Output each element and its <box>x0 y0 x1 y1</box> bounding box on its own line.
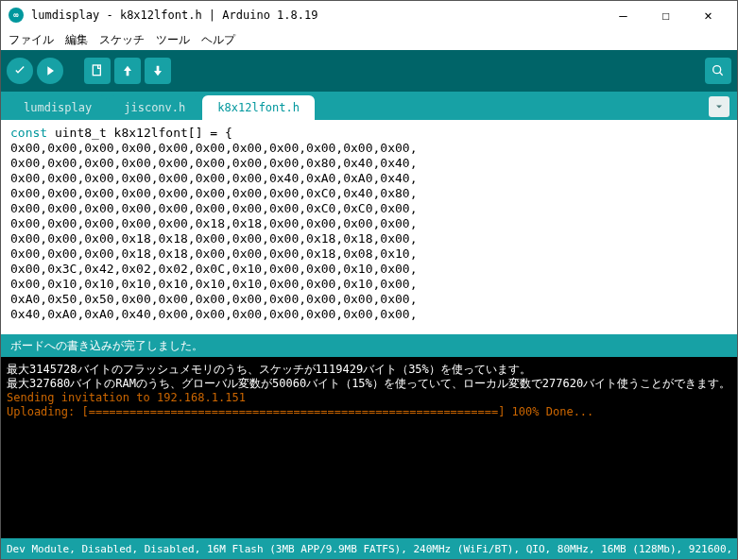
code-line: 0x00,0x00,0x00,0x00,0x00,0x00,0x00,0x00,… <box>10 186 728 201</box>
upload-button[interactable] <box>37 58 63 84</box>
verify-button[interactable] <box>7 58 33 84</box>
bottombar: Dev Module, Disabled, Disabled, 16M Flas… <box>1 538 737 559</box>
menu-sketch[interactable]: スケッチ <box>95 30 148 50</box>
titlebar: ∞ lumdisplay - k8x12lfont.h | Arduino 1.… <box>1 1 737 29</box>
serial-monitor-button[interactable] <box>705 58 731 84</box>
console-line: Uploading: [============================… <box>7 405 731 419</box>
new-file-icon <box>90 63 105 78</box>
toolbar <box>1 50 737 92</box>
arduino-logo-icon: ∞ <box>9 8 24 23</box>
tab-jisconv[interactable]: jisconv.h <box>109 95 200 120</box>
svg-rect-0 <box>93 65 100 76</box>
tab-lumdisplay[interactable]: lumdisplay <box>9 95 107 120</box>
board-info: Dev Module, Disabled, Disabled, 16M Flas… <box>7 543 737 555</box>
code-line: 0x00,0x00,0x00,0x00,0x00,0x00,0x00,0x00,… <box>10 141 728 156</box>
minimize-button[interactable]: — <box>602 2 644 28</box>
maximize-button[interactable]: ☐ <box>644 2 687 28</box>
code-line: 0x00,0x00,0x00,0x18,0x18,0x00,0x00,0x00,… <box>10 231 728 246</box>
arrow-up-icon <box>120 63 135 78</box>
code-line: 0x00,0x00,0x00,0x00,0x00,0x18,0x18,0x00,… <box>10 216 728 231</box>
new-button[interactable] <box>84 58 111 84</box>
console-line: Sending invitation to 192.168.1.151 <box>7 391 731 405</box>
save-button[interactable] <box>145 58 171 84</box>
window-title: lumdisplay - k8x12lfont.h | Arduino 1.8.… <box>31 8 602 22</box>
code-line: 0x00,0x00,0x00,0x18,0x18,0x00,0x00,0x00,… <box>10 246 728 262</box>
status-message: ボードへの書き込みが完了しました。 <box>10 338 203 354</box>
code-line: 0xA0,0x50,0x50,0x00,0x00,0x00,0x00,0x00,… <box>10 292 728 307</box>
open-button[interactable] <box>114 58 141 84</box>
magnifier-icon <box>711 63 726 78</box>
menu-tools[interactable]: ツール <box>152 30 194 50</box>
tab-k8x12lfont[interactable]: k8x12lfont.h <box>202 95 315 120</box>
arrow-down-icon <box>150 63 165 78</box>
menubar: ファイル 編集 スケッチ ツール ヘルプ <box>1 29 737 50</box>
code-line: 0x00,0x00,0x00,0x00,0x00,0x00,0x00,0x00,… <box>10 156 728 171</box>
tabbar: lumdisplay jisconv.h k8x12lfont.h <box>1 92 737 120</box>
menu-help[interactable]: ヘルプ <box>197 30 239 50</box>
console-line: 最大3145728バイトのフラッシュメモリのうち、スケッチが1119429バイト… <box>7 363 731 377</box>
keyword: const <box>10 126 47 140</box>
console[interactable]: 最大3145728バイトのフラッシュメモリのうち、スケッチが1119429バイト… <box>1 357 737 538</box>
menu-file[interactable]: ファイル <box>5 30 58 50</box>
code-line: 0x00,0x00,0x00,0x00,0x00,0x00,0x00,0x00,… <box>10 201 728 216</box>
console-line: 最大327680バイトのRAMのうち、グローバル変数が50060バイト（15%）… <box>7 377 731 391</box>
code-line: const uint8_t k8x12lfont[] = { <box>10 126 728 141</box>
window-controls: — ☐ ✕ <box>602 2 729 28</box>
code-line: 0x00,0x00,0x00,0x00,0x00,0x00,0x00,0x40,… <box>10 171 728 186</box>
chevron-down-icon <box>713 101 725 112</box>
tab-menu-button[interactable] <box>709 96 729 117</box>
code-line: 0x00,0x10,0x10,0x10,0x10,0x10,0x10,0x00,… <box>10 277 728 292</box>
statusbar: ボードへの書き込みが完了しました。 <box>1 334 737 357</box>
code-line: 0x00,0x3C,0x42,0x02,0x02,0x0C,0x10,0x00,… <box>10 262 728 277</box>
arrow-right-icon <box>43 63 58 78</box>
check-icon <box>12 63 27 78</box>
close-button[interactable]: ✕ <box>687 2 729 28</box>
code-editor[interactable]: const uint8_t k8x12lfont[] = { 0x00,0x00… <box>1 120 737 334</box>
menu-edit[interactable]: 編集 <box>61 30 92 50</box>
code-line: 0x40,0xA0,0xA0,0x40,0x00,0x00,0x00,0x00,… <box>10 307 728 322</box>
